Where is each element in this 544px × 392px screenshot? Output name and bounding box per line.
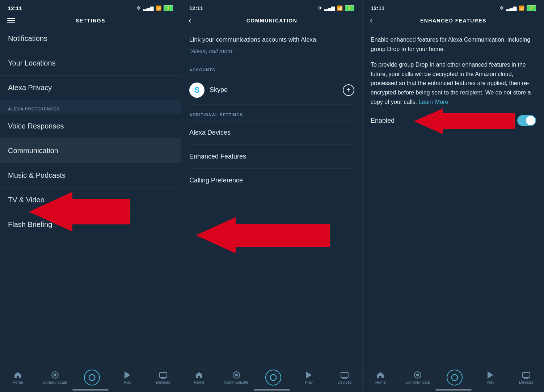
svg-marker-12 <box>414 109 515 134</box>
alexa-devices-item[interactable]: Alexa Devices <box>189 121 354 145</box>
section-alexa-preferences: ALEXA PREFERENCES <box>0 100 181 114</box>
nav-play-label-1: Play <box>124 380 131 384</box>
settings-tv-video[interactable]: TV & Video <box>0 188 181 212</box>
svg-marker-10 <box>306 371 312 379</box>
panel-settings: 12:11 ✈ ▂▄▆ 📶 ⚡ SETTINGS Notifications Y… <box>0 0 181 392</box>
svg-rect-17 <box>523 372 530 378</box>
communicate-icon-1 <box>50 371 60 379</box>
communication-title: COMMUNICATION <box>246 18 298 24</box>
nav-communicate-1[interactable]: Communicate <box>43 371 67 384</box>
settings-voice-responses[interactable]: Voice Responses <box>0 114 181 139</box>
home-icon-2 <box>194 371 204 379</box>
alexa-button-3[interactable] <box>447 370 463 385</box>
nav-devices-3[interactable]: Devices <box>515 371 537 384</box>
nav-play-label-3: Play <box>486 380 494 384</box>
settings-communication[interactable]: Communication <box>0 139 181 163</box>
play-icon-1 <box>122 371 132 379</box>
nav-play-1[interactable]: Play <box>117 371 138 384</box>
additional-settings-label: ADDITIONAL SETTINGS <box>189 108 354 121</box>
play-icon-3 <box>485 371 495 379</box>
status-bar-3: 12:11 ✈ ▂▄▆ 📶 ⚡ <box>363 0 544 14</box>
svg-point-2 <box>54 374 56 376</box>
accounts-label: ACCOUNTS <box>189 63 354 76</box>
enhanced-features-item[interactable]: Enhanced Features <box>189 145 354 169</box>
back-button-3[interactable]: ‹ <box>370 17 372 25</box>
nav-devices-label-2: Devices <box>337 380 351 384</box>
nav-home-3[interactable]: Home <box>370 371 391 384</box>
skype-account-name: Skype <box>210 86 228 94</box>
wifi-icon-3: 📶 <box>519 5 524 11</box>
nav-devices-2[interactable]: Devices <box>334 371 355 384</box>
wifi-icon-2: 📶 <box>337 5 343 11</box>
battery-icon-1: ⚡ <box>164 5 173 11</box>
status-bar-1: 12:11 ✈ ▂▄▆ 📶 ⚡ <box>0 0 181 14</box>
nav-play-label-2: Play <box>305 380 313 384</box>
svg-point-8 <box>235 374 238 376</box>
nav-communicate-label-3: Communicate <box>405 380 430 384</box>
calling-preference-item[interactable]: Calling Preference <box>189 169 354 192</box>
nav-alexa-1[interactable] <box>81 370 103 385</box>
settings-notifications[interactable]: Notifications <box>0 28 181 51</box>
devices-icon-1 <box>158 371 168 379</box>
settings-your-locations[interactable]: Your Locations <box>0 51 181 76</box>
enhanced-title: ENHANCED FEATURES <box>420 18 486 24</box>
nav-alexa-3[interactable] <box>444 370 465 385</box>
svg-point-14 <box>416 374 419 376</box>
nav-home-label-1: Home <box>13 380 23 384</box>
divider-after-skype <box>189 104 354 105</box>
home-indicator-1 <box>0 388 181 392</box>
alexa-button-2[interactable] <box>265 370 281 385</box>
devices-icon-3 <box>521 371 531 379</box>
communicate-icon-2 <box>231 371 241 379</box>
signal-icon-1: ▂▄▆ <box>143 5 153 11</box>
battery-icon-3: ⚡ <box>527 5 536 11</box>
enhanced-content: Enable enhanced features for Alexa Commu… <box>363 28 544 365</box>
status-icons-3: ✈ ▂▄▆ 📶 ⚡ <box>500 5 536 11</box>
status-time-1: 12:11 <box>8 5 22 11</box>
settings-music-podcasts[interactable]: Music & Podcasts <box>0 163 181 188</box>
location-icon-3: ✈ <box>500 5 504 11</box>
skype-icon: S <box>189 83 204 98</box>
settings-alexa-privacy[interactable]: Alexa Privacy <box>0 76 181 100</box>
nav-home-label-3: Home <box>375 380 386 384</box>
signal-icon-3: ▂▄▆ <box>506 5 516 11</box>
svg-point-15 <box>452 375 458 381</box>
nav-home-1[interactable]: Home <box>7 371 29 384</box>
svg-marker-16 <box>488 371 493 379</box>
learn-more-link[interactable]: Learn More <box>419 99 448 105</box>
nav-home-2[interactable]: Home <box>188 371 210 384</box>
home-indicator-3 <box>363 388 544 392</box>
nav-communicate-label-2: Communicate <box>224 380 249 384</box>
nav-devices-label-3: Devices <box>519 380 533 384</box>
signal-icon-2: ▂▄▆ <box>324 5 335 11</box>
panel-communication: 12:11 ✈ ▂▄▆ 📶 ⚡ ‹ COMMUNICATION Link you… <box>181 0 363 392</box>
settings-flash-briefing[interactable]: Flash Briefing <box>0 212 181 237</box>
status-icons-2: ✈ ▂▄▆ 📶 ⚡ <box>318 5 354 11</box>
nav-devices-1[interactable]: Devices <box>152 371 174 384</box>
location-icon-1: ✈ <box>137 5 141 11</box>
wifi-icon-1: 📶 <box>156 5 161 11</box>
nav-alexa-2[interactable] <box>262 370 284 385</box>
svg-rect-11 <box>341 372 348 378</box>
bottom-nav-3: Home Communicate Play Devices <box>363 365 544 388</box>
nav-communicate-2[interactable]: Communicate <box>224 371 249 384</box>
alexa-button-1[interactable] <box>84 370 100 385</box>
settings-title: SETTINGS <box>76 18 105 24</box>
enabled-toggle[interactable] <box>517 115 536 126</box>
svg-point-9 <box>270 375 277 381</box>
status-icons-1: ✈ ▂▄▆ 📶 ⚡ <box>137 5 173 11</box>
nav-play-2[interactable]: Play <box>298 371 320 384</box>
add-account-button[interactable]: + <box>343 84 354 96</box>
skype-account-left: S Skype <box>189 83 228 98</box>
panel-enhanced-features: 12:11 ✈ ▂▄▆ 📶 ⚡ ‹ ENHANCED FEATURES Enab… <box>363 0 544 392</box>
back-button-2[interactable]: ‹ <box>189 17 191 25</box>
bottom-nav-2: Home Communicate Play Devices <box>181 365 362 388</box>
bottom-nav-1: Home Communicate Play Devices <box>0 365 181 388</box>
status-time-3: 12:11 <box>371 5 384 11</box>
nav-play-3[interactable]: Play <box>480 371 501 384</box>
home-indicator-2 <box>181 388 362 392</box>
nav-communicate-3[interactable]: Communicate <box>405 371 430 384</box>
svg-point-3 <box>89 375 95 381</box>
hamburger-menu[interactable] <box>7 18 15 23</box>
home-icon-3 <box>375 371 385 379</box>
